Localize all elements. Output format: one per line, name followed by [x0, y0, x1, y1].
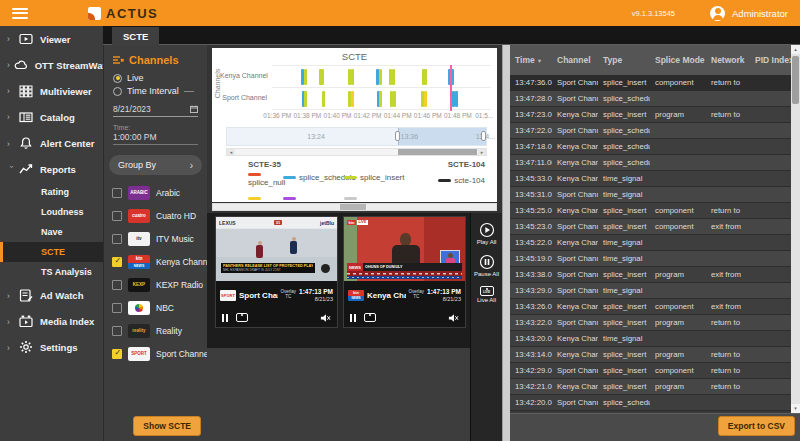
- channel-row-nbc[interactable]: NBC: [104, 296, 207, 319]
- table-row[interactable]: 13:42:21.000Kenya Channelsplice_insertpr…: [510, 379, 791, 395]
- sidebar-item-nave[interactable]: Nave: [0, 222, 103, 242]
- sidebar-item-alert-center[interactable]: ›Alert Center: [0, 130, 103, 156]
- scte-event-marker-splice_insert[interactable]: [304, 69, 307, 85]
- navigator-handle[interactable]: [395, 131, 400, 141]
- column-header-time[interactable]: Time▼: [510, 55, 552, 65]
- pause-icon[interactable]: [222, 314, 228, 322]
- user-avatar-icon[interactable]: [710, 6, 725, 21]
- table-row[interactable]: 13:47:28.000Sport Channelsplice_schedule: [510, 91, 791, 107]
- table-row[interactable]: 13:45:33.000Kenya Channeltime_signal: [510, 171, 791, 187]
- scte-event-marker-splice_insert[interactable]: [392, 69, 395, 85]
- time-interval-radio[interactable]: Time Interval: [113, 86, 198, 96]
- live-radio-control[interactable]: [113, 74, 122, 83]
- live-all-button[interactable]: LIVE Live All: [471, 286, 502, 303]
- channel-checkbox[interactable]: [112, 257, 122, 267]
- scte-event-marker-time_signal[interactable]: [351, 91, 354, 107]
- scte-event-marker-splice_insert[interactable]: [393, 91, 396, 107]
- scte-event-marker-splice_schedule[interactable]: [455, 91, 458, 107]
- sidebar-item-scte[interactable]: SCTE: [0, 242, 103, 262]
- legend-item-clipped[interactable]: [344, 197, 357, 200]
- scte-event-marker-splice_insert[interactable]: [304, 91, 307, 107]
- scte-event-marker-splice_insert[interactable]: [351, 69, 354, 85]
- menu-icon[interactable]: [12, 8, 28, 19]
- table-row[interactable]: 13:47:22.000Sport Channelsplice_schedule: [510, 123, 791, 139]
- legend-item-splice-null[interactable]: splice_null: [248, 173, 285, 187]
- sidebar-item-catalog[interactable]: ›Catalog: [0, 104, 103, 130]
- sidebar-item-viewer[interactable]: ›Viewer: [0, 26, 103, 52]
- table-vertical-scrollbar[interactable]: ▴ ▾: [791, 45, 800, 413]
- column-header-splice-mode[interactable]: Splice Mode: [650, 55, 706, 65]
- scte-event-marker-splice_insert[interactable]: [379, 91, 382, 107]
- pause-all-button[interactable]: Pause All: [471, 254, 502, 277]
- video-player-kenya-channel[interactable]: ktn LIVE NEWS OHUNS OF DUNIULY ktnNEWS: [343, 216, 466, 328]
- table-row[interactable]: 13:43:29.000Sport Channeltime_signal: [510, 283, 791, 299]
- scroll-up-icon[interactable]: ▴: [791, 45, 800, 54]
- table-row[interactable]: 13:47:11.000Kenya Channelsplice_schedule: [510, 155, 791, 171]
- table-row[interactable]: 13:42:29.000Sport Channelsplice_insertco…: [510, 363, 791, 379]
- column-header-network[interactable]: Network: [706, 55, 750, 65]
- scte-event-marker-splice_insert[interactable]: [322, 91, 325, 107]
- play-all-button[interactable]: Play All: [471, 222, 502, 245]
- channel-checkbox[interactable]: [112, 349, 122, 359]
- panel-divider-scrollbar[interactable]: [502, 45, 510, 441]
- date-input[interactable]: 8/21/2023: [113, 104, 198, 117]
- channel-checkbox[interactable]: [112, 234, 122, 244]
- scroll-down-icon[interactable]: ▾: [791, 404, 800, 413]
- table-row[interactable]: 13:43:14.000Kenya Channelsplice_insertpr…: [510, 347, 791, 363]
- time-interval-radio-control[interactable]: [113, 87, 122, 96]
- channel-row-kexp-radio[interactable]: KEXPKEXP Radio: [104, 273, 207, 296]
- time-input[interactable]: 1:00:00 PM: [113, 131, 198, 145]
- legend-item-scte-104[interactable]: scte-104: [438, 176, 485, 185]
- table-scroll-thumb[interactable]: [792, 56, 799, 104]
- navigator-handle[interactable]: [481, 131, 486, 141]
- scroll-left-icon[interactable]: ◂: [227, 149, 235, 155]
- sidebar-item-ad-watch[interactable]: ›Ad Watch: [0, 282, 103, 308]
- table-row[interactable]: 13:45:23.000Sport Channelsplice_insertco…: [510, 219, 791, 235]
- channel-checkbox[interactable]: [112, 211, 122, 221]
- calendar-icon[interactable]: [190, 105, 198, 113]
- channel-checkbox[interactable]: [112, 188, 122, 198]
- live-icon[interactable]: LIVE: [236, 313, 248, 322]
- video-player-sport-channel[interactable]: LEXUS 31 jetBlu PANTHERS RELEASE LIST OF…: [215, 216, 338, 328]
- navigator-scrollbar[interactable]: ◂ ▸: [226, 148, 487, 156]
- kenya-channel-video[interactable]: ktn LIVE NEWS OHUNS OF DUNIULY: [344, 217, 465, 281]
- channel-row-reality[interactable]: realityReality: [104, 319, 207, 342]
- table-row[interactable]: 13:47:36.000Sport Channelsplice_insertco…: [510, 75, 791, 91]
- legend-item-clipped[interactable]: [248, 197, 261, 200]
- mute-icon[interactable]: [448, 309, 459, 327]
- channel-row-itv-music[interactable]: itvITV Music: [104, 227, 207, 250]
- table-row[interactable]: 13:43:38.000Sport Channelsplice_insertpr…: [510, 267, 791, 283]
- column-header-type[interactable]: Type: [598, 55, 650, 65]
- table-row[interactable]: 13:47:18.000Kenya Channelsplice_schedule: [510, 139, 791, 155]
- live-radio[interactable]: Live: [113, 73, 198, 83]
- table-row[interactable]: 13:43:26.000Kenya Channelsplice_insertco…: [510, 299, 791, 315]
- sidebar-item-rating[interactable]: Rating: [0, 182, 103, 202]
- sidebar-item-media-index[interactable]: ›Media Index: [0, 308, 103, 334]
- table-row[interactable]: 13:47:23.000Kenya Channelsplice_insertpr…: [510, 107, 791, 123]
- table-row[interactable]: 13:45:22.000Kenya Channeltime_signal: [510, 235, 791, 251]
- table-row[interactable]: 13:45:31.000Sport Channeltime_signal: [510, 187, 791, 203]
- column-header-channel[interactable]: Channel: [552, 55, 598, 65]
- scroll-right-icon[interactable]: ▸: [478, 149, 486, 155]
- channel-row-cuatro-hd[interactable]: cuatroCuatro HD: [104, 204, 207, 227]
- scte-event-marker-splice_insert[interactable]: [321, 69, 324, 85]
- channel-checkbox[interactable]: [112, 326, 122, 336]
- navigator-scroll-thumb[interactable]: [398, 149, 477, 155]
- scte-event-marker-splice_insert[interactable]: [379, 69, 382, 85]
- sidebar-item-loudness[interactable]: Loudness: [0, 202, 103, 222]
- live-icon[interactable]: LIVE: [364, 313, 376, 322]
- group-by-expander[interactable]: Group By ›: [109, 155, 202, 175]
- sidebar-item-settings[interactable]: ›Settings: [0, 334, 103, 360]
- channel-row-sport-channel[interactable]: SPORTSport Channel: [104, 342, 207, 365]
- tab-scte[interactable]: SCTE: [112, 27, 159, 46]
- table-row[interactable]: 13:43:22.000Sport Channelsplice_insertpr…: [510, 315, 791, 331]
- export-to-csv-button[interactable]: Export to CSV: [718, 416, 795, 436]
- legend-item-splice-insert[interactable]: splice_insert: [344, 173, 404, 182]
- sidebar-item-ts-analysis[interactable]: TS Analysis: [0, 262, 103, 282]
- mute-icon[interactable]: [320, 309, 331, 327]
- table-row[interactable]: 13:45:25.000Kenya Channelsplice_insertco…: [510, 203, 791, 219]
- scte-event-marker-time_signal[interactable]: [424, 91, 427, 107]
- channel-checkbox[interactable]: [112, 303, 122, 313]
- chart-time-navigator[interactable]: 13:2413:3613:4...: [226, 127, 487, 146]
- sidebar-item-multiviewer[interactable]: ›Multiviewer: [0, 78, 103, 104]
